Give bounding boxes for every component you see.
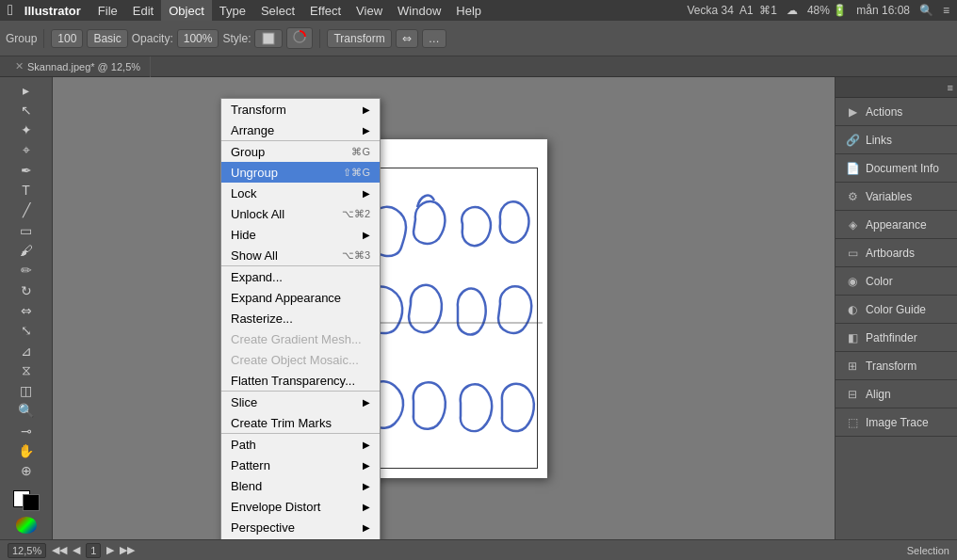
menu-section-path: Path ▶ Pattern ▶ Blend ▶ Envelope Distor… [221,434,380,539]
panel-item-artboards[interactable]: ▭ Artboards [835,239,957,267]
blend-tool[interactable]: ⧖ [15,361,38,379]
menu-rasterize[interactable]: Rasterize... [221,308,380,328]
zoom-tool[interactable]: ⊕ [15,462,38,480]
menu-arrange-label: Arrange [231,123,274,137]
menu-help[interactable]: Help [448,0,489,21]
menu-type[interactable]: Type [212,0,253,21]
eyedropper-tool[interactable]: 🔍 [15,402,38,420]
align-icon: ⊟ [845,387,860,402]
nav-next-page[interactable]: ▶▶ [120,544,135,556]
menu-object[interactable]: Object [161,0,212,21]
align-distribute[interactable]: ⇔ [396,29,418,48]
menu-transform[interactable]: Transform ▶ [221,99,380,120]
recolor-button[interactable] [286,27,313,49]
panel-item-align[interactable]: ⊟ Align [835,380,957,408]
panel-item-document-info[interactable]: 📄 Document Info [835,154,957,183]
menu-slice[interactable]: Slice ▶ [221,392,380,412]
transform-button[interactable]: Transform [327,29,391,48]
tab-name: Skannad.jpeg* @ 12,5% [27,61,140,72]
fill-stroke-colors[interactable] [13,490,40,512]
color-label: Color [866,275,893,288]
menu-edit[interactable]: Edit [125,0,161,21]
variables-icon: ⚙ [845,189,860,204]
panel-item-variables[interactable]: ⚙ Variables [835,183,957,211]
type-tool[interactable]: T [15,181,38,199]
more-options[interactable]: … [422,29,446,48]
menu-pattern[interactable]: Pattern ▶ [221,455,380,475]
menu-view[interactable]: View [349,0,390,21]
panel-item-links[interactable]: 🔗 Links [835,126,957,154]
measure-tool[interactable]: ⊸ [15,422,38,440]
menu-blend-label: Blend [231,479,262,493]
menu-show-all[interactable]: Show All ⌥⌘3 [221,245,380,265]
panel-collapse-icon[interactable]: ≡ [948,82,953,93]
nav-prev[interactable]: ◀ [73,544,80,556]
menu-live-paint[interactable]: Live Paint ▶ [221,537,380,539]
menu-envelope-distort-arrow: ▶ [363,502,370,512]
selection-tool[interactable]: ▸ [15,81,38,99]
zoom-level[interactable]: 12,5% [8,543,46,558]
menu-show-all-label: Show All [231,248,278,263]
menu-perspective[interactable]: Perspective ▶ [221,517,380,537]
panel-item-actions[interactable]: ▶ Actions [835,98,957,126]
page-number[interactable]: 1 [86,543,101,558]
nav-prev-page[interactable]: ◀◀ [52,544,67,556]
nav-next[interactable]: ▶ [106,544,114,556]
panel-item-color-guide[interactable]: ◐ Color Guide [835,296,957,324]
menu-envelope-distort[interactable]: Envelope Distort ▶ [221,496,380,517]
color-mode-toggle[interactable] [16,517,37,534]
menu-ungroup[interactable]: Ungroup ⇧⌘G [221,162,380,183]
system-info: Vecka 34 A1 ⌘1 ☁ 48% 🔋 mån 16:08 🔍 ≡ [688,4,949,17]
menu-create-gradient-mesh-label: Create Gradient Mesh... [231,332,362,346]
pen-tool[interactable]: ✒ [15,161,38,179]
menu-expand-appearance[interactable]: Expand Appearance [221,287,380,308]
style-picker[interactable] [254,29,283,48]
stroke-color[interactable] [23,494,40,511]
mirror-tool[interactable]: ⇔ [15,301,38,319]
doc-profile-badge[interactable]: 100 [51,29,83,48]
menu-hide[interactable]: Hide ▶ [221,224,380,245]
menu-create-trim-marks[interactable]: Create Trim Marks [221,412,380,433]
menu-ungroup-shortcut: ⇧⌘G [343,167,370,179]
menu-window[interactable]: Window [390,0,448,21]
panel-item-pathfinder[interactable]: ◧ Pathfinder [835,324,957,352]
menu-lock[interactable]: Lock ▶ [221,183,380,203]
menu-blend[interactable]: Blend ▶ [221,475,380,496]
menu-path[interactable]: Path ▶ [221,434,380,455]
menu-unlock-all[interactable]: Unlock All ⌥⌘2 [221,203,380,224]
variables-label: Variables [866,190,912,203]
gradient-tool[interactable]: ◫ [15,381,38,399]
canvas-area[interactable]: Transform ▶ Arrange ▶ Group ⌘G Ungroup ⇧… [53,77,835,539]
lasso-tool[interactable]: ⌖ [15,141,38,159]
scale-tool[interactable]: ⤡ [15,322,38,340]
pencil-tool[interactable]: ✏ [15,262,38,280]
shear-tool[interactable]: ⊿ [15,342,38,360]
menu-arrange[interactable]: Arrange ▶ [221,120,380,140]
opacity-value[interactable]: 100% [177,29,219,48]
menu-effect[interactable]: Effect [302,0,349,21]
hand-tool[interactable]: ✋ [15,441,38,459]
rect-tool[interactable]: ▭ [15,221,38,239]
panel-item-image-trace[interactable]: ⬚ Image Trace [835,408,957,437]
tab-close-icon[interactable]: ✕ [15,60,24,72]
panel-item-transform[interactable]: ⊞ Transform [835,352,957,380]
paintbrush-tool[interactable]: 🖌 [15,241,38,259]
document-tab[interactable]: ✕ Skannad.jpeg* @ 12,5% [6,56,151,77]
stroke-selector[interactable]: Basic [87,29,127,48]
rotate-tool[interactable]: ↻ [15,281,38,299]
menu-section-transform: Transform ▶ Arrange ▶ [221,99,380,141]
menu-create-gradient-mesh: Create Gradient Mesh... [221,328,380,349]
menu-flatten-transparency[interactable]: Flatten Transparency... [221,370,380,391]
panel-item-appearance[interactable]: ◈ Appearance [835,211,957,239]
apple-menu[interactable]:  [8,2,13,19]
line-tool[interactable]: ╱ [15,201,38,219]
menu-expand-appearance-label: Expand Appearance [231,291,341,305]
menu-file[interactable]: File [90,0,125,21]
magic-wand-tool[interactable]: ✦ [15,121,38,139]
direct-selection-tool[interactable]: ↖ [15,101,38,119]
menu-group[interactable]: Group ⌘G [221,141,380,162]
panel-item-color[interactable]: ◉ Color [835,267,957,296]
menu-expand[interactable]: Expand... [221,266,380,287]
menu-perspective-arrow: ▶ [363,522,370,533]
menu-select[interactable]: Select [253,0,302,21]
